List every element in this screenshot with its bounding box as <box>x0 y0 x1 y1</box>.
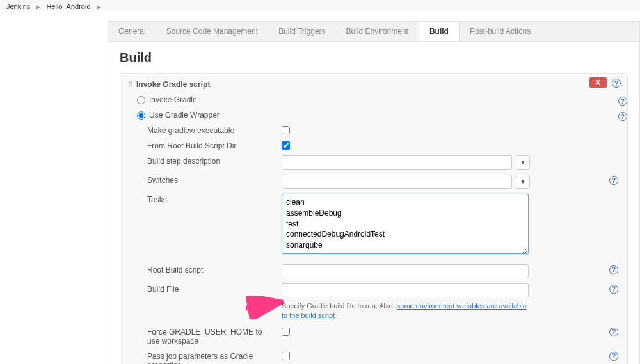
chevron-right-icon: ▶ <box>36 4 40 10</box>
checkbox-from-root[interactable] <box>282 141 290 150</box>
input-build-file[interactable] <box>282 283 529 297</box>
step-header: ⠿ Invoke Gradle script <box>128 80 620 89</box>
page-title: Build <box>120 51 628 65</box>
tab-postbuild[interactable]: Post-build Actions <box>460 22 541 41</box>
label-tasks: Tasks <box>147 194 282 204</box>
checkbox-make-exec[interactable] <box>282 126 290 134</box>
tab-general[interactable]: General <box>108 22 156 41</box>
build-file-hint: Specify Gradle build file to run. Also, … <box>282 301 529 321</box>
config-tab-bar: General Source Code Management Build Tri… <box>108 21 640 42</box>
build-section: Build ⠿ Invoke Gradle script X ? Invoke … <box>108 42 640 364</box>
label-pass-params: Pass job parameters as Gradle properties <box>147 351 282 364</box>
help-icon[interactable]: ? <box>609 328 618 336</box>
checkbox-force-home[interactable] <box>282 328 290 336</box>
input-description[interactable] <box>282 155 512 170</box>
radio-invoke-gradle[interactable] <box>137 96 145 104</box>
textarea-tasks[interactable] <box>282 194 529 254</box>
input-root-script[interactable] <box>282 264 529 278</box>
tab-build[interactable]: Build <box>419 21 460 41</box>
delete-step-button[interactable]: X <box>589 77 607 88</box>
label-make-exec: Make gradlew executable <box>147 125 282 135</box>
help-icon[interactable]: ? <box>609 285 618 294</box>
label-description: Build step description <box>147 155 282 166</box>
build-step-box: ⠿ Invoke Gradle script X ? Invoke Gradle… <box>120 73 628 364</box>
checkbox-pass-params[interactable] <box>282 352 290 360</box>
expand-button[interactable]: ▼ <box>516 175 530 189</box>
help-icon[interactable]: ? <box>618 97 627 106</box>
breadcrumb-project[interactable]: Hello_Android <box>46 3 90 10</box>
label-switches: Switches <box>147 175 282 185</box>
help-icon[interactable]: ? <box>609 265 618 274</box>
label-build-file: Build File <box>147 283 282 294</box>
label-root-script: Root Build script <box>147 264 282 274</box>
tab-triggers[interactable]: Build Triggers <box>268 22 335 41</box>
chevron-right-icon: ▶ <box>97 4 101 10</box>
radio-use-wrapper[interactable] <box>137 111 145 120</box>
radio-invoke-label: Invoke Gradle <box>149 95 197 104</box>
drag-handle-icon[interactable]: ⠿ <box>128 81 132 89</box>
expand-button[interactable]: ▼ <box>516 155 530 170</box>
help-icon[interactable]: ? <box>612 79 621 88</box>
tab-scm[interactable]: Source Code Management <box>156 22 268 41</box>
tab-environment[interactable]: Build Environment <box>336 22 419 41</box>
breadcrumb: Jenkins ▶ Hello_Android ▶ <box>0 0 640 13</box>
radio-wrapper-label: Use Gradle Wrapper <box>149 111 220 120</box>
help-icon[interactable]: ? <box>609 352 618 361</box>
label-force-home: Force GRADLE_USER_HOME to use workspace <box>147 326 282 345</box>
input-switches[interactable] <box>282 175 512 189</box>
help-icon[interactable]: ? <box>618 112 627 121</box>
breadcrumb-jenkins[interactable]: Jenkins <box>6 3 30 10</box>
help-icon[interactable]: ? <box>609 176 618 185</box>
step-title: Invoke Gradle script <box>136 80 210 89</box>
label-from-root: From Root Build Script Dir <box>147 140 282 150</box>
